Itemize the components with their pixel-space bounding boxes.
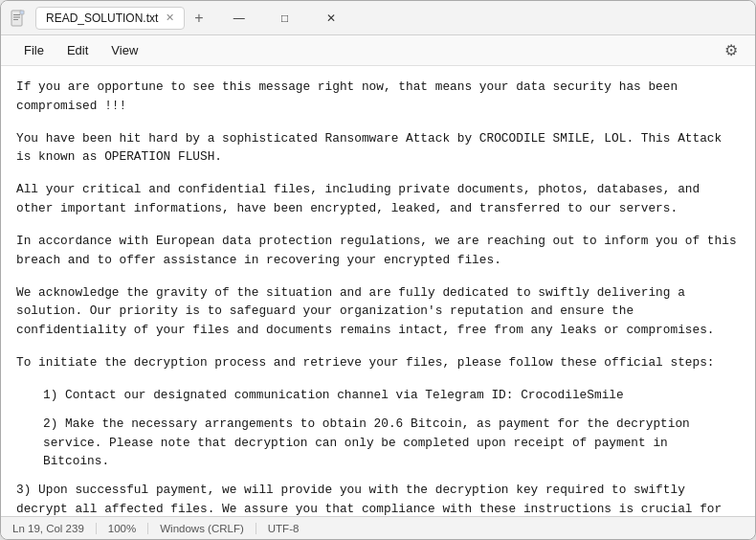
menu-file[interactable]: File bbox=[12, 39, 56, 61]
paragraph-8: 2) Make the necessary arrangements to ob… bbox=[43, 415, 740, 471]
encoding: UTF-8 bbox=[256, 523, 311, 534]
new-tab-button[interactable]: + bbox=[189, 8, 209, 29]
tab-close-icon[interactable]: ✕ bbox=[166, 11, 174, 24]
menu-bar: File Edit View ⚙ bbox=[1, 35, 755, 66]
paragraph-9: 3) Upon successful payment, we will prov… bbox=[16, 481, 740, 516]
main-window: READ_SOLUTION.txt ✕ + — □ ✕ File Edit Vi… bbox=[0, 0, 756, 540]
paragraph-5: We acknowledge the gravity of the situat… bbox=[16, 283, 740, 340]
minimize-button[interactable]: — bbox=[217, 3, 261, 34]
paragraph-2: You have been hit hard by a sophisticate… bbox=[16, 129, 740, 168]
paragraph-6: To initiate the decryption process and r… bbox=[16, 353, 740, 372]
tab-label: READ_SOLUTION.txt bbox=[46, 11, 158, 25]
status-bar: Ln 19, Col 239 100% Windows (CRLF) UTF-8 bbox=[1, 516, 755, 539]
settings-icon[interactable]: ⚙ bbox=[719, 37, 744, 63]
title-bar: READ_SOLUTION.txt ✕ + — □ ✕ bbox=[1, 1, 755, 35]
menu-view[interactable]: View bbox=[100, 39, 149, 61]
menu-edit[interactable]: Edit bbox=[56, 39, 100, 61]
svg-rect-4 bbox=[20, 11, 24, 14]
close-button[interactable]: ✕ bbox=[309, 3, 353, 34]
maximize-button[interactable]: □ bbox=[263, 3, 307, 34]
paragraph-3: All your critical and confidential files… bbox=[16, 180, 740, 218]
window-controls: — □ ✕ bbox=[217, 3, 353, 34]
tab-read-solution[interactable]: READ_SOLUTION.txt ✕ bbox=[35, 7, 185, 30]
svg-rect-3 bbox=[13, 19, 18, 20]
svg-rect-2 bbox=[13, 16, 20, 17]
line-ending: Windows (CRLF) bbox=[148, 523, 256, 534]
zoom-level: 100% bbox=[97, 523, 148, 534]
tab-bar: READ_SOLUTION.txt ✕ + bbox=[35, 7, 210, 30]
paragraph-4: In accordance with European data protect… bbox=[16, 232, 740, 270]
paragraph-1: If you are opportune to see this message… bbox=[16, 78, 740, 116]
text-editor-content[interactable]: If you are opportune to see this message… bbox=[1, 66, 755, 516]
svg-rect-1 bbox=[13, 14, 20, 15]
cursor-position: Ln 19, Col 239 bbox=[12, 523, 97, 534]
paragraph-7: 1) Contact our designated communication … bbox=[43, 386, 740, 405]
app-icon bbox=[9, 9, 28, 28]
